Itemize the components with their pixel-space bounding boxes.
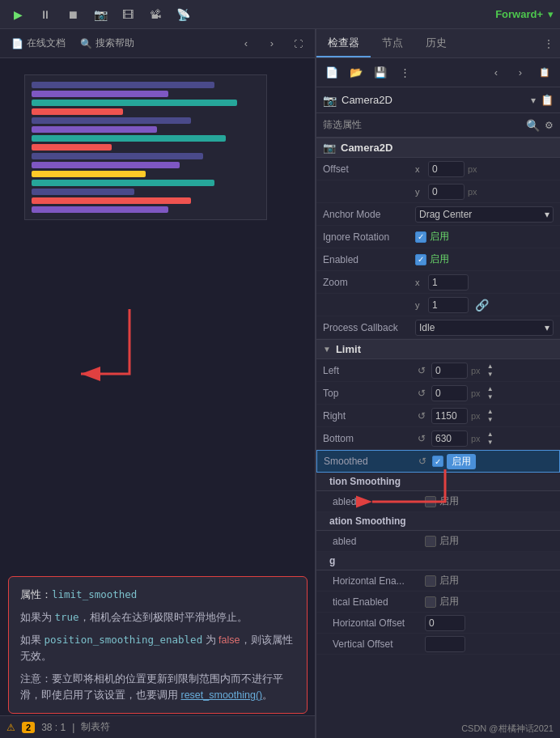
tab-history[interactable]: 历史 [414, 29, 458, 57]
v-enabled-label: tical Enabled [333, 596, 422, 608]
filter-row: 筛选属性 🔍 ⚙ [316, 113, 560, 138]
tooltip-box: 属性：limit_smoothed 如果为 true，相机会在达到极限时平滑地停… [8, 576, 308, 714]
node-dropdown-btn[interactable]: ▾ [531, 95, 536, 106]
search-help-btn[interactable]: 🔍 搜索帮助 [75, 35, 139, 52]
limit-left-down[interactable]: ▼ [486, 371, 495, 379]
limit-right-down[interactable]: ▼ [486, 416, 495, 424]
main-layout: 📄 在线文档 🔍 搜索帮助 ‹ › ⛶ [0, 29, 560, 738]
forward-dropdown[interactable]: ▾ [548, 8, 554, 20]
limit-bottom-input[interactable] [431, 430, 468, 447]
save-btn[interactable]: 💾 [370, 62, 391, 83]
tooltip-title: 属性：limit_smoothed [20, 587, 295, 603]
prop-h-enabled: Horizontal Ena... 启用 [316, 570, 560, 592]
h-enabled-checkbox[interactable] [425, 575, 436, 587]
limit-top-label: Top [323, 388, 412, 399]
limit-bottom-down[interactable]: ▼ [486, 439, 495, 447]
anchor-mode-dropdown[interactable]: Drag Center ▾ [415, 206, 554, 223]
top-toolbar: ▶ ⏸ ⏹ 📷 🎞 📽 📡 Forward+ ▾ [0, 0, 560, 29]
limit-left-label: Left [323, 365, 412, 376]
pos-smooth-checkbox[interactable] [425, 496, 436, 507]
smoothed-checkbox[interactable]: ✓ [432, 456, 443, 467]
limit-right-up[interactable]: ▲ [486, 408, 495, 416]
v-enabled-checkbox[interactable] [425, 596, 436, 608]
branding: CSDN @柑橘神话2021 [461, 723, 554, 735]
zoom-y-input[interactable] [428, 297, 469, 313]
expand-icon[interactable]: ▼ [323, 345, 331, 354]
v-offset-label: Vertical Offset [333, 638, 422, 650]
more-btn[interactable]: ⋮ [394, 62, 415, 83]
limit-bottom-label: Bottom [323, 433, 412, 444]
limit-top-up[interactable]: ▲ [486, 385, 495, 393]
process-callback-dropdown[interactable]: Idle ▾ [415, 320, 554, 336]
filter-options-btn[interactable]: ⚙ [545, 120, 554, 131]
nav-back-btn[interactable]: ‹ [235, 33, 257, 54]
h-enabled-value: 启用 [439, 574, 459, 587]
inspector-panel: 检查器 节点 历史 ⋮ 📄 📂 💾 ⋮ ‹ › 📋 📷 Camera2D [316, 29, 560, 738]
enabled-checkbox[interactable]: ✓ [415, 254, 426, 265]
offset-x-input[interactable] [428, 161, 465, 177]
prop-zoom-y: y 🔗 [316, 294, 560, 316]
limit-left-input[interactable] [431, 363, 468, 379]
open-btn[interactable]: 📂 [346, 62, 367, 83]
node-selector: 📷 Camera2D ▾ 📋 [316, 87, 560, 113]
limit-right-reset[interactable]: ↺ [415, 409, 428, 422]
filter-label: 筛选属性 [323, 118, 521, 132]
left-panel: 📄 在线文档 🔍 搜索帮助 ‹ › ⛶ [0, 29, 316, 738]
forward-label[interactable]: Forward+ [495, 8, 543, 20]
prop-h-offset: Horizontal Offset [316, 613, 560, 634]
inspector-toolbar: 📄 📂 💾 ⋮ ‹ › 📋 [316, 58, 560, 87]
smoothed-reset[interactable]: ↺ [416, 455, 429, 468]
nav-fwd-btn[interactable]: › [261, 33, 282, 54]
reset-smoothing-link[interactable]: reset_smoothing() [180, 689, 262, 701]
prop-enabled: Enabled ✓ 启用 [316, 248, 560, 271]
inspector-content[interactable]: 📷 Camera2D Offset x px y px [316, 138, 560, 738]
camera-icon: 📷 [323, 94, 337, 107]
stream-button[interactable]: 📡 [172, 3, 194, 26]
camera-button[interactable]: 📷 [89, 3, 112, 26]
pause-button[interactable]: ⏸ [34, 3, 57, 26]
offset-y-input[interactable] [428, 184, 465, 200]
node-doc-btn[interactable]: 📋 [541, 94, 554, 106]
status-bar: ⚠ 2 38 : 1 | 制表符 [0, 715, 315, 738]
limit-left-reset[interactable]: ↺ [415, 364, 428, 377]
ignore-rotation-checkbox[interactable]: ✓ [415, 231, 426, 243]
nav-prev-btn[interactable]: ‹ [486, 62, 507, 83]
smoothed-label: Smoothed [324, 456, 413, 467]
warning-icon: ⚠ [6, 722, 15, 733]
limit-bottom-up[interactable]: ▲ [486, 430, 495, 439]
fullscreen-btn[interactable]: ⛶ [287, 33, 308, 54]
online-docs-btn[interactable]: 📄 在线文档 [6, 35, 70, 52]
tab-nodes[interactable]: 节点 [371, 29, 414, 57]
enabled-label: Enabled [323, 254, 412, 265]
limit-top-input[interactable] [431, 385, 468, 401]
new-script-btn[interactable]: 📄 [321, 62, 342, 83]
limit-top-down[interactable]: ▼ [486, 393, 495, 401]
link-icon[interactable]: 🔗 [472, 299, 492, 312]
prop-smoothed: Smoothed ↺ ✓ 启用 [316, 450, 560, 473]
tab-inspector[interactable]: 检查器 [316, 29, 371, 57]
ignore-rotation-value: 启用 [430, 230, 449, 244]
rot-smooth-enabled-label: abled [333, 536, 422, 547]
video-button[interactable]: 📽 [144, 3, 167, 26]
rot-smooth-checkbox[interactable] [425, 536, 436, 547]
prop-ignore-rotation: Ignore Rotation ✓ 启用 [316, 226, 560, 248]
limit-bottom-reset[interactable]: ↺ [415, 432, 428, 445]
film-button[interactable]: 🎞 [117, 3, 139, 26]
warning-badge: 2 [22, 722, 35, 733]
limit-right-input[interactable] [431, 408, 468, 424]
zoom-label: Zoom [323, 277, 412, 288]
filter-search-btn[interactable]: 🔍 [526, 119, 540, 132]
more-options-icon[interactable]: ⋮ [537, 32, 560, 55]
rot-smooth-value: 启用 [439, 534, 459, 548]
doc-link-btn[interactable]: 📋 [534, 62, 555, 83]
zoom-x-input[interactable] [428, 274, 469, 291]
limit-top-reset[interactable]: ↺ [415, 387, 428, 400]
prop-limit-right: Right ↺ px ▲ ▼ [316, 405, 560, 427]
section-position-smoothing: tion Smoothing [316, 473, 560, 491]
v-offset-input[interactable] [425, 636, 465, 652]
nav-next-btn[interactable]: › [510, 62, 531, 83]
stop-button[interactable]: ⏹ [62, 3, 84, 26]
limit-left-up[interactable]: ▲ [486, 363, 495, 371]
play-button[interactable]: ▶ [6, 3, 29, 26]
h-offset-input[interactable] [425, 615, 465, 631]
